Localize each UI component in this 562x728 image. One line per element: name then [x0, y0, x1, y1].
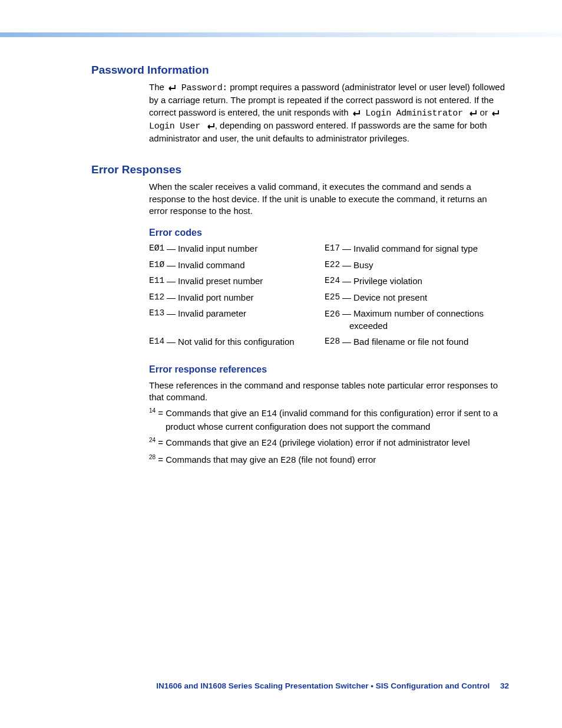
superscript: 24 — [149, 437, 156, 443]
error-code-left: E11—Invalid preset number — [149, 275, 319, 287]
error-code-label: E1Ø — [149, 259, 164, 271]
enter-icon — [167, 84, 176, 91]
enter-icon — [468, 110, 477, 117]
error-code-inline: E28 — [280, 456, 296, 466]
error-ref-item: 24 = Commands that give an E24 (privileg… — [149, 436, 507, 450]
password-info-paragraph: The Password: prompt requires a password… — [149, 81, 507, 144]
dash: — — [342, 275, 351, 287]
dash: — — [167, 259, 176, 271]
error-code-label: E24 — [325, 275, 340, 287]
page-top-gradient-bar — [0, 32, 562, 37]
error-code-label: E26 — [325, 309, 340, 319]
page-footer: IN1606 and IN1608 Series Scaling Present… — [0, 681, 562, 690]
text: = Commands that give an — [156, 408, 262, 418]
footer-text: IN1606 and IN1608 Series Scaling Present… — [156, 681, 490, 690]
error-code-desc: Invalid command — [178, 259, 244, 271]
error-code-left: E1Ø—Invalid command — [149, 259, 319, 271]
heading-error-response-references: Error response references — [149, 364, 507, 375]
error-ref-item: 28 = Commands that may give an E28 (file… — [149, 453, 507, 467]
heading-error-responses: Error Responses — [91, 163, 507, 176]
error-ref-item: 14 = Commands that give an E14 (invalid … — [149, 407, 507, 433]
dash: — — [342, 308, 351, 318]
footer-page-number: 32 — [500, 681, 509, 690]
dash: — — [167, 336, 176, 348]
error-code-desc: Invalid command for signal type — [353, 243, 478, 255]
text: (file not found) error — [296, 454, 376, 465]
error-code-desc: Invalid preset number — [178, 275, 263, 287]
error-code-right: E25—Device not present — [325, 292, 507, 304]
enter-icon — [490, 110, 500, 117]
dash: — — [342, 259, 351, 271]
error-code-desc: Invalid input number — [178, 243, 257, 255]
text: (invalid command for this configuration)… — [277, 408, 498, 418]
error-code-label: E12 — [149, 292, 164, 304]
heading-password-information: Password Information — [91, 64, 507, 77]
error-code-left: E13—Invalid parameter — [149, 308, 319, 331]
dash: — — [342, 243, 351, 255]
error-code-right: E26—Maximum number of connectionsexceede… — [325, 308, 507, 331]
enter-icon — [351, 110, 361, 117]
code-password-prompt: Password: — [176, 83, 227, 93]
text: = Commands that give an — [156, 437, 262, 447]
text: (privilege violation) error if not admin… — [277, 437, 470, 447]
dash: — — [167, 243, 176, 255]
error-code-desc: Invalid parameter — [178, 308, 246, 331]
error-code-right: E24—Privilege violation — [325, 275, 507, 287]
error-code-desc: Privilege violation — [353, 275, 422, 287]
dash: — — [167, 275, 176, 287]
error-code-right: E22—Busy — [325, 259, 507, 271]
page-content: Password Information The Password: promp… — [91, 64, 507, 470]
text: The — [149, 82, 167, 92]
error-code-desc: Busy — [353, 259, 373, 271]
superscript: 14 — [149, 407, 156, 414]
error-code-right: E17—Invalid command for signal type — [325, 243, 507, 255]
dash: — — [167, 292, 176, 304]
error-code-desc: Invalid port number — [178, 292, 253, 304]
error-code-desc: Bad filename or file not found — [353, 336, 468, 348]
error-code-label: E25 — [325, 292, 340, 304]
error-responses-body: When the scaler receives a valid command… — [149, 181, 507, 467]
error-code-label: E22 — [325, 259, 340, 271]
enter-icon — [206, 123, 215, 130]
error-code-label: E17 — [325, 243, 340, 255]
dash: — — [342, 292, 351, 304]
error-code-left: E14—Not valid for this configuration — [149, 336, 319, 348]
error-code-right: E28—Bad filename or file not found — [325, 336, 507, 348]
error-code-label: E11 — [149, 275, 164, 287]
heading-error-codes: Error codes — [149, 228, 507, 238]
password-info-body: The Password: prompt requires a password… — [149, 81, 507, 144]
text: or — [477, 107, 490, 117]
error-code-desc: Maximum number of connections — [353, 308, 484, 318]
error-code-label: E13 — [149, 308, 164, 331]
error-responses-intro: When the scaler receives a valid command… — [149, 181, 507, 217]
error-codes-grid: EØ1—Invalid input numberE17—Invalid comm… — [149, 243, 507, 348]
text: = Commands that may give an — [156, 454, 280, 465]
error-code-desc-cont: exceeded — [325, 320, 484, 332]
error-code-left: E12—Invalid port number — [149, 292, 319, 304]
error-code-left: EØ1—Invalid input number — [149, 243, 319, 255]
code-login-admin: Login Administrator — [361, 108, 468, 118]
code-login-user: Login User — [149, 121, 206, 131]
superscript: 28 — [149, 454, 156, 460]
error-code-label: EØ1 — [149, 243, 164, 255]
error-refs-intro: These references in the command and resp… — [149, 380, 507, 404]
error-code-inline: E14 — [262, 409, 277, 419]
error-code-label: E28 — [325, 336, 340, 348]
error-code-inline: E24 — [262, 439, 277, 449]
error-refs-list: 14 = Commands that give an E14 (invalid … — [149, 407, 507, 467]
error-code-desc: Device not present — [353, 292, 427, 304]
text-cont: product whose current configuration does… — [149, 421, 430, 431]
error-code-desc: Not valid for this configuration — [178, 336, 295, 348]
dash: — — [342, 336, 351, 348]
error-code-label: E14 — [149, 336, 164, 348]
dash: — — [167, 308, 176, 331]
